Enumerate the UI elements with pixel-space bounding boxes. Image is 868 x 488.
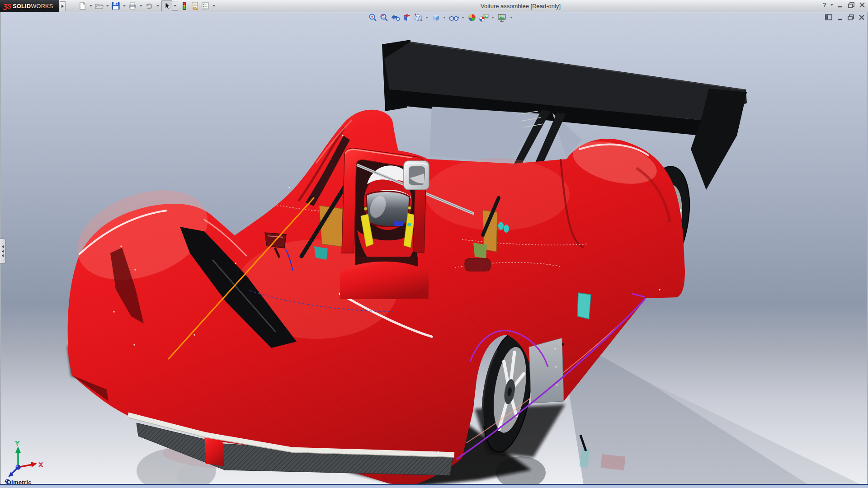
- undo-button[interactable]: [145, 1, 154, 10]
- print-button[interactable]: [128, 1, 137, 10]
- zoom-to-area-icon: [379, 13, 389, 22]
- brand-glyph-icon: ƷS: [3, 2, 11, 10]
- triad-y-label: Y: [15, 440, 19, 447]
- view-orientation-button[interactable]: [413, 13, 424, 22]
- hide-show-items-button[interactable]: [448, 13, 460, 22]
- open-dropdown[interactable]: [106, 5, 109, 7]
- restore-button[interactable]: [848, 2, 855, 8]
- rebuild-button[interactable]: [180, 1, 189, 10]
- new-dropdown[interactable]: [90, 5, 92, 7]
- print-icon: [128, 1, 137, 10]
- main-toolbar: [78, 1, 217, 11]
- appearance-sphere-icon: [467, 13, 477, 22]
- title-bar: ƷS SOLIDWORKS Voiture: [0, 0, 868, 12]
- display-style-icon: [431, 13, 441, 22]
- view-settings-button[interactable]: [496, 13, 508, 22]
- select-tool-dropdown[interactable]: [172, 1, 178, 11]
- section-view-icon: [402, 13, 412, 22]
- new-document-icon: [78, 1, 87, 10]
- hide-show-items-dropdown[interactable]: [462, 17, 464, 19]
- chevron-left-icon: [2, 250, 4, 253]
- minimize-button[interactable]: [837, 2, 844, 8]
- options-list-icon: [201, 1, 210, 10]
- save-button[interactable]: [111, 1, 120, 10]
- apply-scene-icon: [478, 13, 489, 22]
- edit-appearance-button[interactable]: [467, 13, 477, 22]
- close-button[interactable]: [859, 2, 865, 8]
- print-dropdown[interactable]: [140, 5, 142, 7]
- solidworks-logo: ƷS SOLIDWORKS: [0, 0, 59, 12]
- document-restore-button[interactable]: [847, 14, 854, 21]
- options-button[interactable]: [201, 1, 210, 10]
- file-properties-button[interactable]: [190, 1, 199, 10]
- apply-scene-button[interactable]: [478, 13, 490, 22]
- brand-name-light: WORKS: [31, 3, 53, 9]
- view-settings-monitor-icon: [497, 13, 508, 22]
- open-button[interactable]: [94, 1, 104, 10]
- view-orientation-icon: [413, 13, 423, 22]
- zoom-to-area-button[interactable]: [379, 13, 390, 22]
- headsup-view-toolbar: [368, 13, 515, 22]
- window-frame-bottom: [0, 484, 868, 488]
- window-title: Voiture assomblee [Read-only]: [481, 3, 561, 9]
- air-intake: [404, 161, 429, 190]
- select-cursor-icon: [163, 1, 171, 10]
- zoom-to-fit-button[interactable]: [368, 13, 378, 22]
- feature-manager-collapsed-tab[interactable]: [0, 239, 5, 263]
- document-window-controls: [825, 14, 865, 21]
- eyeglasses-icon: [448, 13, 459, 22]
- document-close-button[interactable]: [859, 14, 865, 21]
- toggle-pane-button[interactable]: [825, 14, 833, 21]
- undo-dropdown[interactable]: [156, 5, 159, 7]
- previous-view-icon: [391, 13, 401, 22]
- view-settings-dropdown[interactable]: [510, 17, 513, 19]
- help-button[interactable]: ?: [822, 1, 826, 9]
- select-tool-button[interactable]: [161, 0, 172, 11]
- window-controls: ?: [822, 1, 865, 9]
- open-folder-icon: [94, 1, 104, 10]
- traffic-light-icon: [180, 1, 189, 10]
- view-orientation-dropdown[interactable]: [425, 17, 428, 19]
- section-view-button[interactable]: [401, 13, 412, 22]
- save-icon: [111, 1, 120, 10]
- zoom-to-fit-icon: [368, 13, 378, 22]
- brand-name-bold: SOLID: [13, 3, 31, 9]
- display-style-button[interactable]: [430, 13, 441, 22]
- options-dropdown[interactable]: [212, 5, 215, 7]
- triad-x-label: X: [39, 461, 43, 468]
- 3d-viewport[interactable]: Y X Z: [0, 12, 868, 484]
- file-properties-icon: [190, 1, 199, 10]
- chevron-right-icon: [61, 5, 64, 8]
- display-style-dropdown[interactable]: [443, 17, 446, 19]
- save-dropdown[interactable]: [123, 5, 126, 7]
- chevron-down-icon: [174, 5, 176, 7]
- chevron-left-icon: [2, 254, 4, 257]
- new-document-button[interactable]: [78, 1, 87, 10]
- document-minimize-button[interactable]: [837, 14, 843, 21]
- undo-icon: [145, 1, 154, 10]
- apply-scene-dropdown[interactable]: [491, 17, 494, 19]
- menu-expand-button[interactable]: [60, 1, 66, 11]
- previous-view-button[interactable]: [390, 13, 401, 22]
- chevron-left-icon: [2, 245, 4, 248]
- help-dropdown[interactable]: [830, 4, 833, 6]
